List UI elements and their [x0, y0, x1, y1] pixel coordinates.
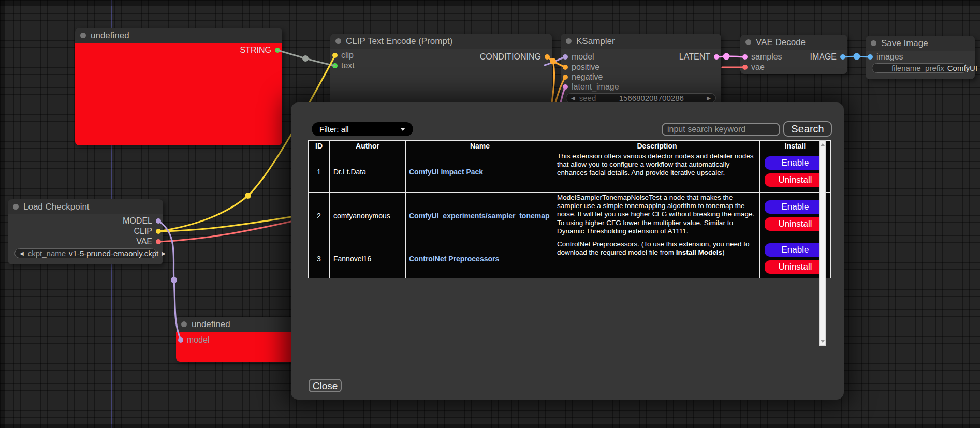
node-collapse-dot-icon[interactable]: [335, 38, 341, 44]
slot-label: MODEL: [123, 216, 152, 226]
output-slot-latent[interactable]: LATENT: [679, 52, 719, 62]
node-title-bar[interactable]: Save Image: [866, 36, 975, 51]
extension-table-container: ID Author Name Description Install 1Dr.L…: [308, 140, 826, 346]
enable-button[interactable]: Enable: [765, 200, 826, 214]
widget-name: ckpt_name: [28, 249, 66, 258]
ckpt-name-widget[interactable]: ◀ ckpt_name v1-5-pruned-emaonly.ckpt ▶: [14, 248, 156, 258]
table-header-row: ID Author Name Description Install: [309, 141, 831, 151]
vertical-scrollbar[interactable]: [819, 140, 826, 346]
node-title: Load Checkpoint: [23, 202, 90, 212]
decrement-arrow-icon[interactable]: ◀: [571, 96, 575, 101]
widget-name: seed: [579, 94, 596, 102]
search-input[interactable]: [662, 123, 780, 136]
slot-label: model: [187, 335, 210, 345]
output-slot-image[interactable]: IMAGE: [810, 52, 845, 62]
search-button[interactable]: Search: [783, 121, 832, 137]
node-collapse-dot-icon[interactable]: [13, 204, 19, 210]
node-collapse-dot-icon[interactable]: [871, 40, 876, 46]
output-slot-conditioning[interactable]: CONDITIONING: [480, 52, 550, 62]
node-title-bar[interactable]: VAE Decode: [740, 35, 847, 50]
increment-arrow-icon[interactable]: ▶: [162, 251, 166, 256]
input-slot-positive[interactable]: positive: [563, 62, 599, 72]
input-dot[interactable]: [563, 84, 568, 90]
output-dot[interactable]: [545, 54, 550, 60]
filter-select[interactable]: Filter: all: [312, 122, 413, 136]
close-button[interactable]: Close: [309, 379, 342, 392]
extension-table: ID Author Name Description Install 1Dr.L…: [308, 140, 831, 278]
output-slot-model[interactable]: MODEL: [123, 216, 161, 226]
input-dot[interactable]: [563, 65, 568, 70]
input-slot-negative[interactable]: negative: [563, 72, 603, 82]
node-title-bar[interactable]: CLIP Text Encode (Prompt): [330, 34, 552, 49]
node-title: VAE Decode: [756, 37, 806, 48]
node-load-checkpoint[interactable]: Load Checkpoint MODEL CLIP VAE ◀ ckpt_na…: [8, 199, 163, 264]
seed-widget[interactable]: ◀ seed 156680208700286 ▶: [566, 93, 716, 103]
extension-link[interactable]: ControlNet Preprocessors: [409, 255, 499, 263]
node-title: Save Image: [881, 38, 928, 49]
output-slot-string[interactable]: STRING: [240, 45, 280, 55]
input-slot-model[interactable]: model: [178, 335, 210, 345]
node-collapse-dot-icon[interactable]: [80, 33, 86, 38]
uninstall-button[interactable]: Uninstall: [765, 173, 826, 187]
output-dot[interactable]: [156, 239, 161, 244]
slot-label: CONDITIONING: [480, 52, 541, 62]
input-dot[interactable]: [178, 337, 183, 343]
extension-id: 1: [309, 151, 330, 193]
extension-description: ModelSamplerTonemapNoiseTest a node that…: [554, 193, 760, 239]
node-title-bar[interactable]: Load Checkpoint: [8, 199, 163, 214]
canvas-edge-bottom: [0, 424, 980, 428]
column-header-author: Author: [330, 141, 406, 151]
input-slot-samples[interactable]: samples: [742, 52, 782, 62]
node-vae-decode[interactable]: VAE Decode samples vae IMAGE: [740, 35, 847, 74]
input-slot-images[interactable]: images: [868, 52, 903, 62]
input-slot-clip[interactable]: clip: [332, 50, 354, 61]
output-dot[interactable]: [275, 48, 280, 53]
slot-label: positive: [572, 63, 599, 72]
filename-prefix-widget[interactable]: filename_prefix ComfyUI: [872, 63, 968, 73]
uninstall-button[interactable]: Uninstall: [765, 217, 826, 231]
output-dot[interactable]: [714, 54, 719, 60]
node-title-bar[interactable]: undefined: [75, 28, 282, 43]
filter-select-value: Filter: all: [319, 125, 349, 134]
uninstall-button[interactable]: Uninstall: [765, 260, 826, 274]
input-dot[interactable]: [332, 53, 338, 58]
input-slot-vae[interactable]: vae: [742, 62, 765, 72]
node-undefined-top[interactable]: undefined STRING: [75, 28, 282, 145]
extension-id: 2: [309, 193, 330, 239]
scroll-up-arrow-icon[interactable]: [821, 143, 825, 146]
input-dot[interactable]: [742, 54, 748, 60]
output-dot[interactable]: [840, 54, 845, 60]
output-slot-vae[interactable]: VAE: [136, 237, 161, 247]
input-dot[interactable]: [332, 63, 338, 68]
extension-row: 1Dr.Lt.DataComfyUI Impact PackThis exten…: [309, 151, 831, 193]
extension-link[interactable]: ComfyUI Impact Pack: [409, 168, 483, 176]
node-save-image[interactable]: Save Image images filename_prefix ComfyU…: [866, 36, 975, 79]
input-slot-model[interactable]: model: [563, 52, 594, 62]
input-dot[interactable]: [563, 54, 568, 60]
extension-author: comfyanonymous: [330, 193, 406, 239]
output-slot-clip[interactable]: CLIP: [134, 226, 161, 237]
output-dot[interactable]: [156, 229, 161, 234]
scroll-down-arrow-icon[interactable]: [821, 340, 825, 343]
output-dot[interactable]: [156, 218, 161, 224]
enable-button[interactable]: Enable: [765, 156, 826, 170]
node-collapse-dot-icon[interactable]: [566, 38, 572, 44]
input-slot-latent-image[interactable]: latent_image: [563, 82, 619, 92]
decrement-arrow-icon[interactable]: ◀: [20, 251, 24, 256]
extension-row: 2comfyanonymousComfyUI_experiments/sampl…: [309, 193, 831, 239]
slot-label: clip: [341, 51, 354, 60]
enable-button[interactable]: Enable: [765, 243, 826, 257]
input-slot-text[interactable]: text: [332, 61, 355, 71]
extension-link[interactable]: ComfyUI_experiments/sampler_tonemap: [409, 212, 550, 220]
node-collapse-dot-icon[interactable]: [181, 321, 187, 327]
extension-row: 3Fannovel16ControlNet PreprocessorsContr…: [309, 239, 831, 278]
node-body: images filename_prefix ComfyUI: [866, 51, 975, 79]
input-dot[interactable]: [563, 75, 568, 80]
node-title-bar[interactable]: KSampler: [561, 34, 721, 49]
node-title: CLIP Text Encode (Prompt): [346, 36, 452, 47]
node-collapse-dot-icon[interactable]: [745, 39, 751, 45]
input-dot[interactable]: [868, 54, 873, 60]
slot-label: model: [572, 52, 594, 62]
increment-arrow-icon[interactable]: ▶: [707, 96, 711, 101]
input-dot[interactable]: [742, 65, 748, 70]
